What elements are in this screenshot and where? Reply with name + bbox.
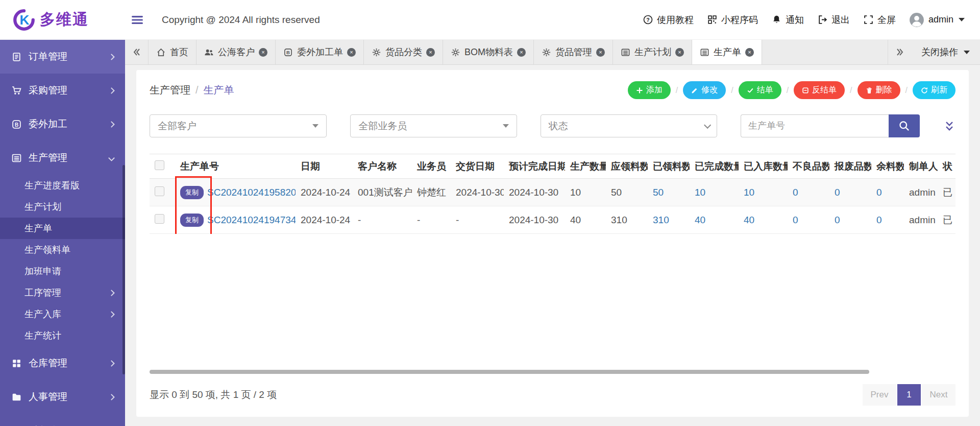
col-header[interactable]: 已领料数 [648, 154, 690, 179]
fullscreen-button[interactable]: 全屏 [863, 14, 896, 26]
delete-button[interactable]: 删除 [857, 81, 900, 99]
mini-program-button[interactable]: 小程序码 [707, 14, 758, 26]
notifications-button[interactable]: 通知 [771, 14, 804, 26]
sidebar-item-outsourcing[interactable]: B 委外加工 [0, 107, 125, 141]
close-icon[interactable] [259, 48, 267, 57]
add-button[interactable]: 添加 [628, 81, 671, 99]
help-button[interactable]: ? 使用教程 [643, 14, 694, 26]
sidebar-item-finance[interactable]: ¥ 财务管理 [0, 414, 125, 426]
close-icon[interactable] [517, 48, 526, 57]
cell-defective-link[interactable]: 0 [788, 179, 829, 206]
breadcrumb-parent[interactable]: 生产管理 [150, 83, 190, 97]
order-no-link[interactable]: SC20241024195820 [207, 187, 296, 198]
sidebar-scrollbar[interactable] [122, 165, 125, 374]
sidebar-subitem-production-order[interactable]: 生产单 [0, 218, 125, 239]
select-all-checkbox[interactable] [155, 160, 164, 170]
sidebar-subitem-production-inbound[interactable]: 生产入库 [0, 303, 125, 325]
col-header[interactable]: 已完成数量 [690, 154, 739, 179]
unsettle-button[interactable]: 反结单 [794, 81, 845, 99]
tab-production-order[interactable]: 生产单 [692, 40, 762, 64]
sidebar-item-orders[interactable]: 订单管理 [0, 40, 125, 74]
list-icon [700, 48, 709, 57]
col-header[interactable]: 不良品数 [788, 154, 829, 179]
tab-bom[interactable]: BOM物料表 [443, 40, 534, 64]
close-icon[interactable] [675, 48, 684, 57]
tab-production-plan[interactable]: 生产计划 [613, 40, 692, 64]
cell-surplus-link[interactable]: 0 [871, 179, 904, 206]
next-page-button[interactable]: Next [922, 384, 955, 406]
col-header[interactable]: 生产数量 [565, 154, 606, 179]
hamburger-menu-icon[interactable] [130, 13, 144, 27]
tabs-scroll-left-button[interactable] [125, 40, 149, 64]
tab-outsource-orders[interactable]: B 委外加工单 [276, 40, 364, 64]
cell-completed-link[interactable]: 40 [690, 206, 739, 234]
cell-stored-link[interactable]: 40 [739, 206, 788, 234]
copy-button[interactable]: 复制 [180, 214, 204, 227]
sidebar-subitem-overtime-request[interactable]: 加班申请 [0, 261, 125, 282]
sidebar-subitem-production-stats[interactable]: 生产统计 [0, 325, 125, 346]
row-checkbox[interactable] [155, 214, 164, 224]
col-header[interactable]: 报废品数 [829, 154, 871, 179]
logout-button[interactable]: 退出 [817, 14, 850, 26]
user-menu[interactable]: admin [909, 12, 965, 28]
tab-home[interactable]: 首页 [149, 40, 197, 64]
tab-goods-category[interactable]: 货品分类 [364, 40, 443, 64]
cell-stored-link[interactable]: 10 [739, 179, 788, 206]
salesman-select[interactable]: 全部业务员 [350, 114, 517, 137]
tab-public-customers[interactable]: 公海客户 [197, 40, 276, 64]
col-header[interactable]: 制单人 [904, 154, 938, 179]
close-operations-menu[interactable]: 关闭操作 [911, 40, 980, 64]
close-icon[interactable] [426, 48, 435, 57]
cell-received-link[interactable]: 310 [648, 206, 690, 234]
cell-scrapped-link[interactable]: 0 [829, 179, 871, 206]
sidebar-item-hr[interactable]: 人事管理 [0, 380, 125, 414]
close-icon[interactable] [745, 48, 754, 57]
refresh-button[interactable]: 刷新 [913, 81, 955, 99]
col-header[interactable]: 日期 [296, 154, 353, 179]
current-page-button[interactable]: 1 [897, 384, 921, 406]
close-icon[interactable] [596, 48, 605, 57]
col-header[interactable]: 预计完成日期 [504, 154, 565, 179]
col-header[interactable]: 状 [938, 154, 955, 179]
search-button[interactable] [889, 114, 920, 137]
status-select[interactable]: 状态 [541, 114, 717, 137]
order-no-link[interactable]: SC20241024194734 [207, 215, 296, 226]
tab-goods[interactable]: 货品管理 [534, 40, 613, 64]
logo[interactable]: K 多维通 [0, 8, 125, 32]
order-no-input[interactable] [741, 114, 889, 137]
sidebar-subitem-material-requisition[interactable]: 生产领料单 [0, 239, 125, 261]
orders-table: 生产单号 日期 客户名称 业务员 交货日期 预计完成日期 生产数量 应领料数 已… [150, 154, 955, 234]
cell-received-link[interactable]: 50 [648, 179, 690, 206]
horizontal-scrollbar[interactable] [150, 370, 869, 374]
col-header[interactable]: 应领料数 [606, 154, 648, 179]
sidebar-subitem-process-management[interactable]: 工序管理 [0, 282, 125, 303]
copy-button[interactable]: 复制 [180, 186, 204, 199]
sidebar-item-purchase[interactable]: 采购管理 [0, 74, 125, 107]
close-icon[interactable] [347, 48, 356, 57]
sidebar-item-production[interactable]: 生产管理 [0, 141, 125, 175]
sidebar-subitem-label: 生产领料单 [24, 244, 70, 256]
cell-surplus-link[interactable]: 0 [871, 206, 904, 234]
col-header[interactable]: 业务员 [412, 154, 451, 179]
cell-scrapped-link[interactable]: 0 [829, 206, 871, 234]
sidebar-subitem-production-plan[interactable]: 生产计划 [0, 196, 125, 218]
sidebar-item-warehouse[interactable]: 仓库管理 [0, 346, 125, 380]
prev-page-button[interactable]: Prev [863, 384, 896, 406]
col-header[interactable]: 生产单号 [175, 154, 296, 179]
edit-button[interactable]: 修改 [683, 81, 726, 99]
cell-completed-link[interactable]: 10 [690, 179, 739, 206]
col-header[interactable]: 客户名称 [353, 154, 412, 179]
sidebar-subitem-production-progress[interactable]: 生产进度看版 [0, 175, 125, 196]
tabs-scroll-right-button[interactable] [888, 40, 911, 64]
col-header[interactable]: 已入库数量 [739, 154, 788, 179]
cart-icon [11, 85, 22, 96]
username: admin [928, 14, 953, 25]
col-header[interactable]: 交货日期 [451, 154, 504, 179]
logout-label: 退出 [831, 14, 850, 26]
row-checkbox[interactable] [155, 186, 164, 196]
cell-defective-link[interactable]: 0 [788, 206, 829, 234]
collapse-filters-button[interactable] [943, 120, 955, 132]
settle-button[interactable]: 结单 [739, 81, 781, 99]
customer-select[interactable]: 全部客户 [150, 114, 327, 137]
col-header[interactable]: 余料数 [871, 154, 904, 179]
